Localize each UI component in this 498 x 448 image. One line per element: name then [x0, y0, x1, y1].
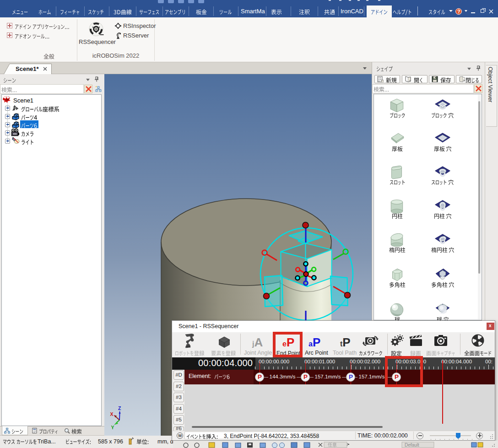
svg-text:Z: Z — [118, 405, 121, 411]
svg-text:Y: Y — [111, 425, 114, 430]
svg-text:Default: Default — [405, 443, 419, 448]
svg-text:X: X — [110, 411, 114, 417]
